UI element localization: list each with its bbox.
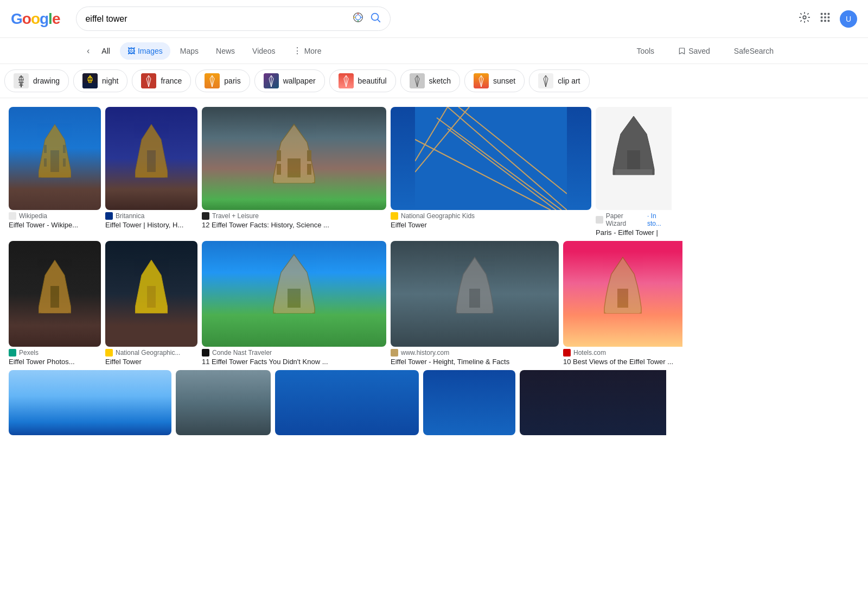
svg-rect-48: [44, 158, 47, 167]
logo-l: l: [48, 10, 52, 27]
safe-search[interactable]: SafeSearch: [726, 42, 781, 60]
chip-drawing-thumb: [14, 73, 29, 88]
svg-rect-55: [276, 177, 312, 183]
image-card-nat-geo[interactable]: National Geographic... Eiffel Tower: [105, 241, 197, 366]
source-history: www.history.com: [391, 349, 559, 357]
svg-rect-70: [615, 169, 652, 175]
apps-icon[interactable]: [819, 11, 831, 26]
chip-beautiful-thumb: [339, 73, 354, 88]
bookmark-icon: [678, 47, 686, 55]
chip-beautiful-label: beautiful: [358, 77, 387, 85]
source-nat-geo: National Geographic...: [105, 349, 197, 357]
title-nat-geo: Eiffel Tower: [105, 358, 197, 366]
chip-clipart-thumb: [538, 73, 553, 88]
favicon-conde-nast: [202, 349, 209, 357]
tab-more-label: More: [304, 47, 322, 55]
favicon-nat-geo-kids: [391, 212, 398, 220]
chip-night[interactable]: night: [73, 69, 127, 92]
saved-button[interactable]: Saved: [671, 42, 718, 60]
svg-rect-16: [824, 20, 826, 22]
tab-videos-label: Videos: [252, 47, 276, 55]
title-nat-geo-kids: Eiffel Tower: [391, 221, 591, 229]
source-label-pexels: Pexels: [19, 349, 39, 357]
image-card-history[interactable]: www.history.com Eiffel Tower - Height, T…: [391, 241, 559, 366]
chip-drawing[interactable]: drawing: [4, 69, 69, 92]
chip-paris[interactable]: paris: [195, 69, 250, 92]
tab-images[interactable]: 🖼 Images: [120, 42, 170, 60]
search-input[interactable]: [85, 14, 347, 24]
image-card-r3-4[interactable]: [423, 370, 515, 435]
logo-g: G: [11, 10, 22, 27]
image-card-r3-1[interactable]: [9, 370, 171, 435]
image-card-hotels[interactable]: Hotels.com 10 Best Views of the Eiffel T…: [563, 241, 682, 366]
favicon-hotels: [563, 349, 571, 357]
source-label-travel-leisure: Travel + Leisure: [212, 212, 259, 220]
svg-rect-76: [138, 308, 165, 313]
logo-o2: o: [31, 10, 40, 27]
chip-wallpaper[interactable]: wallpaper: [254, 69, 325, 92]
chip-sunset[interactable]: sunset: [464, 69, 525, 92]
source-travel-leisure: Travel + Leisure: [202, 212, 386, 220]
svg-line-7: [378, 20, 380, 22]
title-history: Eiffel Tower - Height, Timeline & Facts: [391, 358, 559, 366]
svg-rect-59: [307, 164, 311, 175]
settings-icon[interactable]: [799, 11, 810, 26]
tab-news[interactable]: News: [208, 42, 242, 60]
image-card-britannica[interactable]: Britannica Eiffel Tower | History, H...: [105, 107, 197, 237]
search-button[interactable]: [369, 11, 381, 26]
chip-beautiful[interactable]: beautiful: [329, 69, 396, 92]
source-label-conde-nast: Conde Nast Traveler: [212, 349, 272, 357]
svg-rect-46: [44, 145, 47, 153]
source-hotels: Hotels.com: [563, 349, 682, 357]
tab-videos[interactable]: Videos: [245, 42, 283, 60]
image-card-r3-3[interactable]: [275, 370, 419, 435]
svg-rect-17: [828, 20, 830, 22]
tab-all-label: All: [101, 47, 110, 55]
image-card-r3-2[interactable]: [176, 370, 271, 435]
image-card-nat-geo-kids[interactable]: National Geographic Kids Eiffel Tower: [391, 107, 591, 237]
tab-more[interactable]: ⋮ More: [285, 41, 329, 60]
svg-rect-58: [277, 164, 281, 175]
source-britannica: Britannica: [105, 212, 197, 220]
image-card-conde-nast[interactable]: Conde Nast Traveler 11 Eiffel Tower Fact…: [202, 241, 386, 366]
source-paper-wizard: Paper Wizard · In sto...: [596, 212, 672, 227]
svg-rect-45: [41, 172, 68, 177]
lens-icon[interactable]: [352, 11, 364, 26]
in-stock-badge: · In sto...: [647, 212, 672, 227]
nav-right: Tools Saved SafeSearch: [629, 42, 781, 60]
tab-maps[interactable]: Maps: [173, 42, 206, 60]
chip-sketch-thumb: [410, 73, 425, 88]
chip-france[interactable]: france: [132, 69, 191, 92]
svg-rect-49: [63, 158, 66, 167]
chip-paris-label: paris: [224, 77, 240, 85]
favicon-pexels: [9, 349, 16, 357]
image-card-r3-5[interactable]: [520, 370, 666, 435]
svg-rect-28: [82, 83, 98, 88]
svg-rect-14: [828, 16, 830, 18]
svg-rect-12: [821, 16, 823, 18]
image-row-2: Pexels Eiffel Tower Photos... National G…: [4, 241, 864, 366]
image-card-pexels[interactable]: Pexels Eiffel Tower Photos...: [9, 241, 101, 366]
tools-button[interactable]: Tools: [629, 42, 662, 60]
logo-o1: o: [22, 10, 31, 27]
images-icon: 🖼: [127, 47, 135, 55]
svg-rect-11: [828, 13, 830, 15]
image-card-paper-wizard[interactable]: Paper Wizard · In sto... Paris - Eiffel …: [596, 107, 672, 237]
tab-all[interactable]: All: [94, 42, 118, 60]
account-avatar[interactable]: U: [840, 10, 857, 28]
google-logo[interactable]: Google: [11, 10, 65, 28]
back-arrow[interactable]: ‹: [87, 46, 90, 56]
image-grid: Wikipedia Eiffel Tower - Wikipe... Brita…: [0, 98, 868, 444]
title-britannica: Eiffel Tower | History, H...: [105, 221, 197, 229]
favicon-paper-wizard: [596, 216, 603, 224]
title-pexels: Eiffel Tower Photos...: [9, 358, 101, 366]
image-card-wikipedia[interactable]: Wikipedia Eiffel Tower - Wikipe...: [9, 107, 101, 237]
svg-rect-79: [276, 308, 312, 313]
chip-sketch[interactable]: sketch: [400, 69, 460, 92]
chip-clip-art[interactable]: clip art: [529, 69, 589, 92]
image-card-travel-leisure[interactable]: Travel + Leisure 12 Eiffel Tower Facts: …: [202, 107, 386, 237]
favicon-travel-leisure: [202, 212, 209, 220]
image-row-3: [4, 370, 864, 435]
source-label-britannica: Britannica: [116, 212, 144, 220]
chip-france-label: france: [161, 77, 182, 85]
